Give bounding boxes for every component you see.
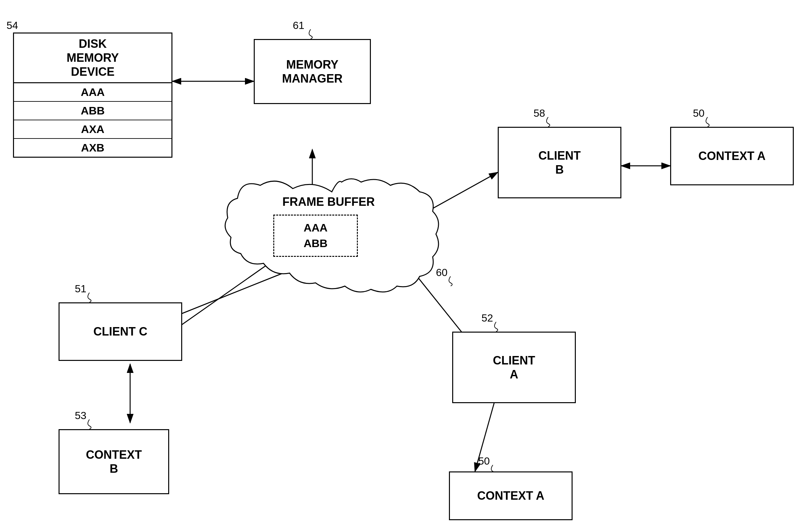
client-b-label: CLIENTB xyxy=(538,149,581,177)
client-c-box: CLIENT C xyxy=(59,302,182,361)
context-b-box: CONTEXTB xyxy=(59,429,169,494)
squiggle-53 xyxy=(80,419,99,429)
frame-buffer-abb: ABB xyxy=(304,236,328,251)
client-c-label: CLIENT C xyxy=(93,325,147,338)
disk-row-aaa: AAA xyxy=(14,83,172,102)
client-b-box: CLIENTB xyxy=(498,127,621,198)
disk-memory-header: DISKMEMORYDEVICE xyxy=(14,33,172,83)
frame-buffer-label: FRAME BUFFER xyxy=(270,195,387,209)
context-a-top-label: CONTEXT A xyxy=(698,149,766,163)
memory-manager-box: MEMORYMANAGER xyxy=(254,39,371,104)
memory-manager-label: MEMORYMANAGER xyxy=(282,58,343,86)
squiggle-52 xyxy=(487,322,506,332)
client-a-box: CLIENTA xyxy=(452,332,576,403)
disk-memory-box: DISKMEMORYDEVICE AAA ABB AXA AXB xyxy=(13,32,172,158)
frame-buffer-aaa: AAA xyxy=(304,220,328,236)
client-a-label: CLIENTA xyxy=(493,353,535,381)
squiggle-61 xyxy=(301,29,320,39)
disk-row-axb: AXB xyxy=(14,139,172,157)
squiggle-60 xyxy=(441,276,460,286)
squiggle-58 xyxy=(538,117,558,127)
context-b-label: CONTEXTB xyxy=(86,448,142,476)
disk-row-abb: ABB xyxy=(14,102,172,120)
context-a-top-box: CONTEXT A xyxy=(670,127,794,185)
label-54: 54 xyxy=(6,19,18,32)
disk-row-axa: AXA xyxy=(14,120,172,139)
frame-buffer-contents: AAA ABB xyxy=(273,215,358,257)
squiggle-51 xyxy=(80,292,99,302)
diagram: 54 DISKMEMORYDEVICE AAA ABB AXA AXB 61 M… xyxy=(0,0,812,528)
context-a-bottom-label: CONTEXT A xyxy=(477,489,545,503)
context-a-bottom-box: CONTEXT A xyxy=(449,471,572,520)
squiggle-50-top xyxy=(698,117,717,127)
